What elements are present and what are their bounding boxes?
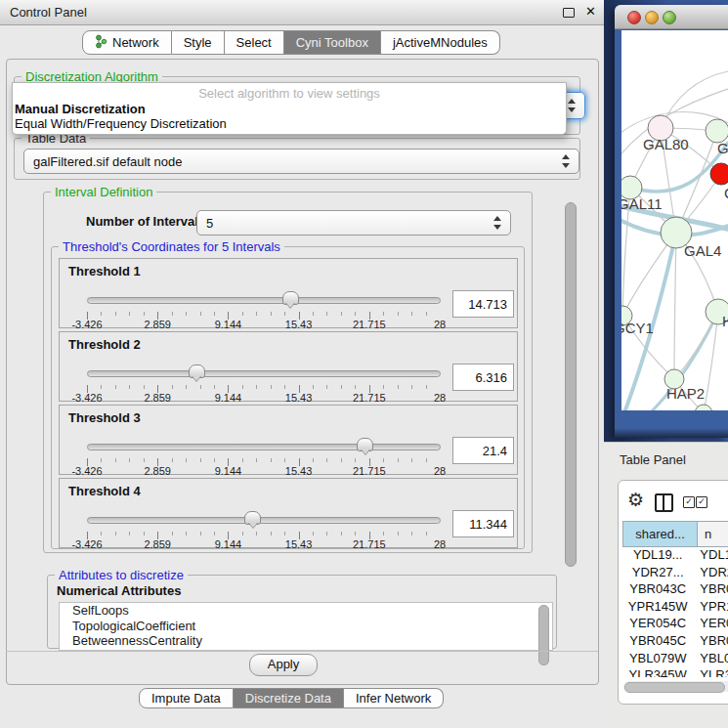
vertical-scrollbar[interactable] [565, 202, 577, 567]
table-row[interactable]: YDL19...YDL1 [622, 547, 728, 565]
content-divider [6, 651, 598, 652]
table-cell: YBR0 [693, 633, 728, 651]
table-cell: YER054C [622, 616, 693, 633]
node-label: GA [717, 140, 728, 156]
threshold-4-slider[interactable] [87, 511, 439, 531]
tab-label: Infer Network [356, 691, 431, 706]
column-header-shared-name[interactable]: shared... [622, 521, 698, 547]
window-bottom-shadow [615, 428, 728, 438]
tab-label: Discretize Data [245, 691, 331, 706]
zoom-traffic-light-icon[interactable] [663, 11, 676, 24]
threshold-3-slider[interactable] [87, 438, 439, 457]
table-cell: YPR1 [693, 599, 728, 617]
table-data-combobox[interactable]: galFiltered.sif default node [23, 149, 579, 174]
split-panel-icon[interactable] [655, 493, 673, 512]
checkbox-icon[interactable]: ✓ [683, 496, 695, 508]
dropdown-option-equal-width[interactable]: Equal Width/Frequency Discretization [15, 116, 227, 131]
table-row[interactable]: YER054CYER0 [622, 616, 728, 633]
dropdown-option-manual[interactable]: Manual Discretization [15, 102, 146, 116]
control-panel-title: Control Panel [10, 5, 87, 20]
table-row[interactable]: YLR345WYLR3 [622, 667, 728, 677]
table-row[interactable]: YPR145WYPR1 [622, 599, 728, 617]
tab-network[interactable]: Network [82, 30, 172, 55]
table-row[interactable]: YBL079WYBL0 [622, 651, 728, 668]
network-node-c[interactable] [710, 163, 728, 185]
numerical-attributes-list[interactable]: SelfLoopsTopologicalCoefficientBetweenne… [59, 602, 553, 651]
tab-impute-data[interactable]: Impute Data [139, 688, 234, 708]
node-label: GAL11 [621, 195, 663, 212]
tab-select[interactable]: Select [225, 30, 284, 55]
threshold-value-field[interactable]: 14.713 [452, 290, 514, 318]
slider-tick-labels: -3.4262.8599.14415.4321.71528 [87, 390, 440, 402]
slider-tick-labels: -3.4262.8599.14415.4321.71528 [87, 536, 440, 548]
tick-label: -3.426 [71, 392, 102, 404]
apply-button[interactable]: Apply [249, 654, 318, 676]
list-item[interactable]: TopologicalCoefficient [60, 619, 552, 634]
minimize-traffic-light-icon[interactable] [645, 11, 659, 24]
list-item[interactable]: SelfLoops [60, 603, 552, 619]
slider-thumb[interactable] [282, 291, 299, 305]
slider-thumb[interactable] [357, 438, 373, 451]
tab-label: Style [184, 35, 212, 50]
table-row[interactable]: YBR045CYBR0 [622, 633, 728, 651]
tab-style[interactable]: Style [172, 30, 225, 55]
horizontal-scrollbar[interactable] [623, 681, 728, 692]
slider-thumb[interactable] [189, 364, 205, 378]
table-cell: YER0 [693, 616, 728, 633]
node-label: GAL80 [643, 136, 689, 152]
table-cell: YDL1 [693, 547, 728, 565]
threshold-2-panel: Threshold 2 -3.4262.8599.14415.4321.7152… [59, 331, 518, 402]
table-cell: YBL079W [622, 651, 693, 668]
horizontal-scrollbar-thumb[interactable] [624, 682, 725, 693]
tab-cyni-toolbox[interactable]: Cyni Toolbox [284, 30, 381, 55]
tab-jactivemnodules[interactable]: jActiveMNodules [381, 30, 500, 55]
threshold-value-field[interactable]: 21.4 [452, 437, 514, 464]
gear-icon[interactable]: ⚙ [627, 491, 644, 509]
threshold-label: Threshold 4 [68, 484, 141, 498]
close-traffic-light-icon[interactable] [627, 11, 641, 24]
table-row[interactable]: YDR27...YDR2 [622, 565, 728, 582]
tick-label: -3.426 [71, 465, 102, 477]
list-item[interactable]: BetweennessCentrality [60, 633, 552, 649]
tick-label: 2.859 [144, 465, 171, 477]
tick-label: 9.144 [215, 465, 242, 477]
threshold-label: Threshold 1 [68, 264, 141, 278]
threshold-value-field[interactable]: 11.344 [452, 510, 514, 537]
threshold-1-slider[interactable] [87, 291, 439, 311]
slider-track [87, 517, 441, 524]
tick-label: 9.144 [215, 319, 242, 330]
tick-label: 9.144 [215, 392, 242, 404]
number-of-intervals-combobox[interactable]: 5 [196, 210, 511, 236]
network-canvas[interactable]: GAL80GACGAL11GAL4GCY1HHAP2 [621, 30, 728, 410]
slider-thumb[interactable] [244, 511, 261, 525]
numerical-attributes-label: Numerical Attributes [57, 583, 181, 598]
stepper-icon [562, 154, 571, 168]
tab-discretize-data[interactable]: Discretize Data [234, 688, 344, 708]
checkbox-icon[interactable]: ✓ [696, 496, 707, 508]
network-graph: GAL80GACGAL11GAL4GCY1HHAP2 [621, 30, 728, 410]
tick-label: 28 [434, 538, 446, 550]
table-cell: YBR043C [622, 581, 693, 599]
tick-label: 2.859 [144, 319, 171, 330]
column-header-name[interactable]: n [698, 521, 728, 547]
attributes-group-title: Attributes to discretize [55, 568, 188, 582]
close-icon[interactable]: ✕ [585, 4, 596, 19]
table-rows[interactable]: YDL19...YDL1YDR27...YDR2YBR043CYBR0YPR14… [622, 547, 728, 677]
table-header: shared... n [622, 521, 728, 547]
top-tabs: NetworkStyleSelectCyni ToolboxjActiveMNo… [82, 30, 500, 55]
float-window-icon[interactable] [563, 8, 575, 18]
list-scrollbar[interactable] [538, 605, 549, 665]
tab-label: Cyni Toolbox [296, 35, 368, 50]
control-panel-window: Control Panel ✕ NetworkStyleSelectCyni T… [0, 0, 605, 728]
network-node[interactable] [695, 405, 712, 410]
tab-infer-network[interactable]: Infer Network [344, 688, 444, 708]
table-cell: YBR0 [693, 581, 728, 599]
control-panel-titlebar: Control Panel ✕ [0, 0, 604, 25]
slider-tick-labels: -3.4262.8599.14415.4321.71528 [87, 463, 440, 475]
number-of-intervals-label: Number of Intervals [86, 214, 205, 229]
table-row[interactable]: YBR043CYBR0 [622, 581, 728, 599]
tick-label: 21.715 [353, 538, 386, 550]
number-of-intervals-value: 5 [206, 216, 213, 231]
threshold-2-slider[interactable] [87, 364, 439, 384]
threshold-value-field[interactable]: 6.316 [452, 364, 514, 391]
